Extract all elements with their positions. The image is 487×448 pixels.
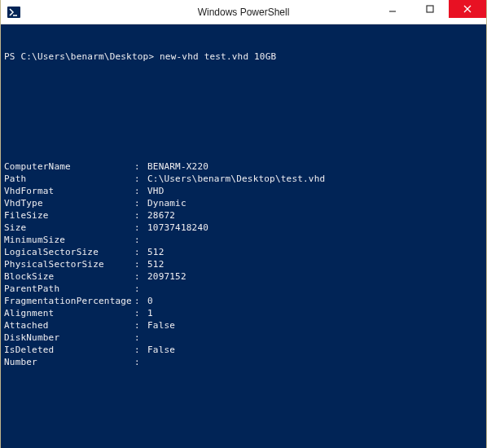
property-name: BlockSize	[4, 270, 134, 283]
output-row: IsDeleted: False	[4, 344, 483, 356]
property-name: Attached	[4, 319, 134, 332]
colon-separator: :	[134, 160, 147, 173]
property-value: C:\Users\benarm\Desktop\test.vhd	[147, 173, 325, 185]
output-row: ComputerName: BENARM-X220	[4, 160, 483, 173]
prompt: PS C:\Users\benarm\Desktop>	[4, 51, 154, 62]
terminal-body[interactable]: PS C:\Users\benarm\Desktop> new-vhd test…	[1, 24, 486, 448]
output-row: FileSize: 28672	[4, 209, 483, 222]
colon-separator: :	[134, 234, 147, 246]
property-value: BENARM-X220	[147, 160, 208, 173]
colon-separator: :	[134, 197, 147, 209]
property-value: VHD	[147, 185, 164, 197]
output-row: Path: C:\Users\benarm\Desktop\test.vhd	[4, 173, 483, 185]
property-value: False	[147, 344, 175, 356]
property-value: 512	[147, 246, 164, 258]
colon-separator: :	[134, 295, 147, 307]
property-name: VhdType	[4, 197, 134, 209]
powershell-window: Windows PowerShell PS C:\Users\benarm\De…	[1, 0, 486, 448]
property-value: False	[147, 319, 175, 332]
colon-separator: :	[134, 209, 147, 222]
output-row: VhdType: Dynamic	[4, 197, 483, 209]
property-name: Size	[4, 222, 134, 234]
property-value: 28672	[147, 209, 175, 222]
output-row: BlockSize: 2097152	[4, 270, 483, 283]
colon-separator: :	[134, 173, 147, 185]
maximize-button[interactable]	[411, 0, 449, 18]
property-name: FragmentationPercentage	[4, 295, 134, 307]
property-value: 10737418240	[147, 222, 208, 234]
colon-separator: :	[134, 185, 147, 197]
titlebar[interactable]: Windows PowerShell	[1, 0, 486, 24]
minimize-button[interactable]	[374, 0, 411, 18]
property-name: FileSize	[4, 209, 134, 222]
output-row: ParentPath:	[4, 283, 483, 295]
property-name: Alignment	[4, 307, 134, 319]
property-value: 0	[147, 295, 153, 307]
command-1: new-vhd test.vhd 10GB	[160, 51, 276, 62]
window-controls	[374, 0, 486, 18]
output-row: Attached: False	[4, 319, 483, 332]
output-block-1: ComputerName: BENARM-X220Path: C:\Users\…	[4, 160, 483, 368]
output-row: Number:	[4, 356, 483, 368]
output-row: MinimumSize:	[4, 234, 483, 246]
property-name: PhysicalSectorSize	[4, 258, 134, 270]
close-button[interactable]	[449, 0, 486, 18]
property-name: Number	[4, 356, 134, 368]
blank-line	[4, 124, 483, 136]
prompt-line-1: PS C:\Users\benarm\Desktop> new-vhd test…	[4, 51, 483, 63]
property-value: 2097152	[147, 270, 186, 283]
svg-rect-3	[427, 6, 433, 12]
colon-separator: :	[134, 307, 147, 319]
output-row: Size: 10737418240	[4, 222, 483, 234]
property-name: LogicalSectorSize	[4, 246, 134, 258]
colon-separator: :	[134, 344, 147, 356]
property-name: Path	[4, 173, 134, 185]
blank-line	[4, 393, 483, 405]
output-row: PhysicalSectorSize: 512	[4, 258, 483, 270]
property-name: IsDeleted	[4, 344, 134, 356]
colon-separator: :	[134, 283, 147, 295]
powershell-icon	[7, 6, 20, 19]
output-row: LogicalSectorSize: 512	[4, 246, 483, 258]
property-value: Dynamic	[147, 197, 186, 209]
output-row: Alignment: 1	[4, 307, 483, 319]
property-name: MinimumSize	[4, 234, 134, 246]
property-value: 1	[147, 307, 153, 319]
output-row: FragmentationPercentage: 0	[4, 295, 483, 307]
blank-line	[4, 429, 483, 441]
colon-separator: :	[134, 222, 147, 234]
blank-line	[4, 87, 483, 99]
colon-separator: :	[134, 270, 147, 283]
property-name: ParentPath	[4, 283, 134, 295]
colon-separator: :	[134, 332, 147, 344]
colon-separator: :	[134, 258, 147, 270]
property-name: DiskNumber	[4, 332, 134, 344]
property-name: VhdFormat	[4, 185, 134, 197]
colon-separator: :	[134, 246, 147, 258]
colon-separator: :	[134, 356, 147, 368]
colon-separator: :	[134, 319, 147, 332]
property-value: 512	[147, 258, 164, 270]
output-row: VhdFormat: VHD	[4, 185, 483, 197]
output-row: DiskNumber:	[4, 332, 483, 344]
property-name: ComputerName	[4, 160, 134, 173]
